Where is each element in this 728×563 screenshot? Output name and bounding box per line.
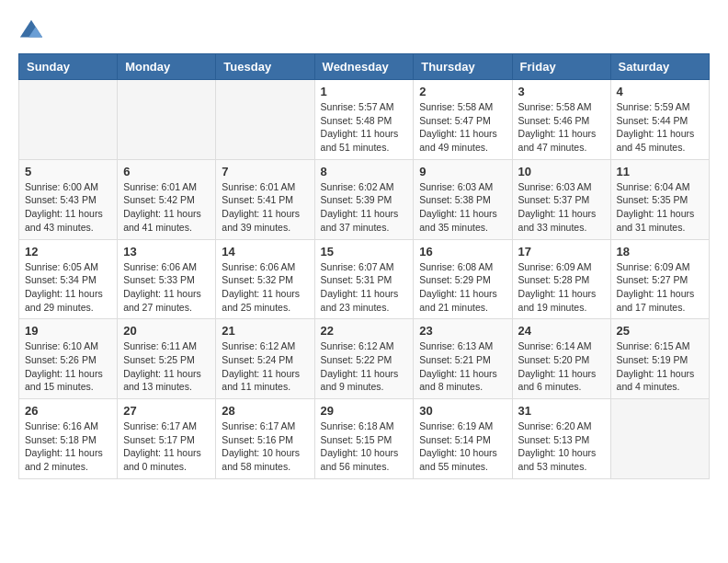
calendar-cell: 14Sunrise: 6:06 AM Sunset: 5:32 PM Dayli… [216,239,314,319]
day-of-week-header: Sunday [19,54,118,80]
day-number: 18 [617,245,703,259]
day-number: 7 [222,165,308,178]
calendar-cell: 29Sunrise: 6:18 AM Sunset: 5:15 PM Dayli… [314,399,414,479]
day-info: Sunrise: 5:59 AM Sunset: 5:44 PM Dayligh… [617,100,703,155]
day-info: Sunrise: 6:19 AM Sunset: 5:14 PM Dayligh… [419,419,506,474]
day-info: Sunrise: 5:58 AM Sunset: 5:47 PM Dayligh… [419,100,506,155]
day-info: Sunrise: 6:05 AM Sunset: 5:34 PM Dayligh… [25,260,111,315]
day-info: Sunrise: 6:08 AM Sunset: 5:29 PM Dayligh… [419,260,506,315]
calendar-table: SundayMondayTuesdayWednesdayThursdayFrid… [18,53,710,479]
day-info: Sunrise: 6:00 AM Sunset: 5:43 PM Dayligh… [25,180,111,235]
calendar-week-row: 5Sunrise: 6:00 AM Sunset: 5:43 PM Daylig… [19,159,710,239]
page-header [18,18,710,44]
day-number: 26 [25,404,111,418]
calendar-cell [610,399,709,479]
day-info: Sunrise: 6:17 AM Sunset: 5:17 PM Dayligh… [123,419,210,474]
day-info: Sunrise: 6:16 AM Sunset: 5:18 PM Dayligh… [25,419,111,474]
calendar-cell: 21Sunrise: 6:12 AM Sunset: 5:24 PM Dayli… [216,319,314,399]
calendar-week-row: 26Sunrise: 6:16 AM Sunset: 5:18 PM Dayli… [19,399,710,479]
day-info: Sunrise: 6:20 AM Sunset: 5:13 PM Dayligh… [518,419,605,474]
day-info: Sunrise: 6:01 AM Sunset: 5:41 PM Dayligh… [222,180,308,235]
day-info: Sunrise: 6:06 AM Sunset: 5:32 PM Dayligh… [222,260,308,315]
day-info: Sunrise: 6:17 AM Sunset: 5:16 PM Dayligh… [222,419,308,474]
day-info: Sunrise: 5:58 AM Sunset: 5:46 PM Dayligh… [518,100,605,155]
calendar-cell: 20Sunrise: 6:11 AM Sunset: 5:25 PM Dayli… [118,319,216,399]
calendar-cell: 18Sunrise: 6:09 AM Sunset: 5:27 PM Dayli… [610,239,709,319]
day-info: Sunrise: 6:14 AM Sunset: 5:20 PM Dayligh… [518,339,605,394]
day-info: Sunrise: 6:03 AM Sunset: 5:37 PM Dayligh… [518,180,605,235]
calendar-cell: 26Sunrise: 6:16 AM Sunset: 5:18 PM Dayli… [19,399,118,479]
calendar-cell: 22Sunrise: 6:12 AM Sunset: 5:22 PM Dayli… [314,319,414,399]
day-info: Sunrise: 6:07 AM Sunset: 5:31 PM Dayligh… [321,260,408,315]
day-number: 21 [222,324,308,338]
day-info: Sunrise: 6:04 AM Sunset: 5:35 PM Dayligh… [617,180,703,235]
day-of-week-header: Saturday [610,54,709,80]
calendar-cell: 15Sunrise: 6:07 AM Sunset: 5:31 PM Dayli… [314,239,414,319]
day-of-week-header: Thursday [414,54,512,80]
day-info: Sunrise: 6:12 AM Sunset: 5:22 PM Dayligh… [321,339,408,394]
day-number: 29 [321,404,408,418]
calendar-cell: 2Sunrise: 5:58 AM Sunset: 5:47 PM Daylig… [414,80,512,160]
day-info: Sunrise: 6:01 AM Sunset: 5:42 PM Dayligh… [123,180,210,235]
day-info: Sunrise: 6:12 AM Sunset: 5:24 PM Dayligh… [222,339,308,394]
day-header-row: SundayMondayTuesdayWednesdayThursdayFrid… [19,54,710,80]
calendar-cell: 19Sunrise: 6:10 AM Sunset: 5:26 PM Dayli… [19,319,118,399]
logo [18,18,48,44]
day-of-week-header: Tuesday [216,54,314,80]
day-info: Sunrise: 6:02 AM Sunset: 5:39 PM Dayligh… [321,180,408,235]
calendar-cell: 30Sunrise: 6:19 AM Sunset: 5:14 PM Dayli… [414,399,512,479]
day-number: 4 [617,85,703,98]
calendar-cell: 31Sunrise: 6:20 AM Sunset: 5:13 PM Dayli… [512,399,610,479]
day-info: Sunrise: 6:03 AM Sunset: 5:38 PM Dayligh… [419,180,506,235]
day-number: 3 [518,85,605,98]
calendar-cell [216,80,314,160]
calendar-cell: 17Sunrise: 6:09 AM Sunset: 5:28 PM Dayli… [512,239,610,319]
day-number: 1 [321,85,408,98]
day-number: 10 [518,165,605,178]
day-number: 6 [123,165,210,178]
day-number: 25 [617,324,703,338]
calendar-cell: 11Sunrise: 6:04 AM Sunset: 5:35 PM Dayli… [610,159,709,239]
calendar-cell: 16Sunrise: 6:08 AM Sunset: 5:29 PM Dayli… [414,239,512,319]
day-of-week-header: Friday [512,54,610,80]
day-number: 20 [123,324,210,338]
day-number: 19 [25,324,111,338]
day-info: Sunrise: 6:15 AM Sunset: 5:19 PM Dayligh… [617,339,703,394]
calendar-header: SundayMondayTuesdayWednesdayThursdayFrid… [19,54,710,80]
day-number: 14 [222,245,308,259]
day-info: Sunrise: 6:13 AM Sunset: 5:21 PM Dayligh… [419,339,506,394]
logo-icon [18,18,44,44]
calendar-cell: 9Sunrise: 6:03 AM Sunset: 5:38 PM Daylig… [414,159,512,239]
day-number: 15 [321,245,408,259]
calendar-cell: 8Sunrise: 6:02 AM Sunset: 5:39 PM Daylig… [314,159,414,239]
calendar-cell: 12Sunrise: 6:05 AM Sunset: 5:34 PM Dayli… [19,239,118,319]
day-info: Sunrise: 5:57 AM Sunset: 5:48 PM Dayligh… [321,100,408,155]
calendar-cell: 1Sunrise: 5:57 AM Sunset: 5:48 PM Daylig… [314,80,414,160]
calendar-body: 1Sunrise: 5:57 AM Sunset: 5:48 PM Daylig… [19,80,710,479]
day-info: Sunrise: 6:09 AM Sunset: 5:27 PM Dayligh… [617,260,703,315]
day-number: 11 [617,165,703,178]
calendar-cell: 27Sunrise: 6:17 AM Sunset: 5:17 PM Dayli… [118,399,216,479]
calendar-cell: 28Sunrise: 6:17 AM Sunset: 5:16 PM Dayli… [216,399,314,479]
calendar-cell: 23Sunrise: 6:13 AM Sunset: 5:21 PM Dayli… [414,319,512,399]
day-number: 13 [123,245,210,259]
calendar-cell: 6Sunrise: 6:01 AM Sunset: 5:42 PM Daylig… [118,159,216,239]
day-number: 16 [419,245,506,259]
calendar-cell: 13Sunrise: 6:06 AM Sunset: 5:33 PM Dayli… [118,239,216,319]
calendar-cell: 7Sunrise: 6:01 AM Sunset: 5:41 PM Daylig… [216,159,314,239]
day-number: 30 [419,404,506,418]
calendar-cell: 3Sunrise: 5:58 AM Sunset: 5:46 PM Daylig… [512,80,610,160]
day-number: 28 [222,404,308,418]
day-of-week-header: Wednesday [314,54,414,80]
day-info: Sunrise: 6:18 AM Sunset: 5:15 PM Dayligh… [321,419,408,474]
day-of-week-header: Monday [118,54,216,80]
calendar-cell: 10Sunrise: 6:03 AM Sunset: 5:37 PM Dayli… [512,159,610,239]
calendar-cell [118,80,216,160]
calendar-week-row: 19Sunrise: 6:10 AM Sunset: 5:26 PM Dayli… [19,319,710,399]
calendar-week-row: 1Sunrise: 5:57 AM Sunset: 5:48 PM Daylig… [19,80,710,160]
day-number: 2 [419,85,506,98]
day-number: 9 [419,165,506,178]
calendar-cell [19,80,118,160]
calendar-cell: 24Sunrise: 6:14 AM Sunset: 5:20 PM Dayli… [512,319,610,399]
day-number: 5 [25,165,111,178]
